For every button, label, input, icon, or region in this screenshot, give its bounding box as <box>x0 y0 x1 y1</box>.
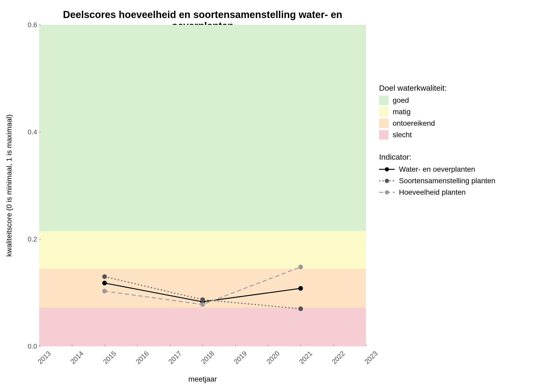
x-tick-label: 2018 <box>199 349 216 366</box>
data-point <box>298 265 303 269</box>
legend-label: matig <box>393 108 410 116</box>
svg-point-1 <box>385 167 389 171</box>
x-tick-label: 2021 <box>298 349 314 366</box>
x-tick-label: 2016 <box>134 349 151 366</box>
legend-fill-item: goed <box>379 96 536 105</box>
y-tick-label: 0.6 <box>28 21 37 29</box>
legend-line-swatch <box>379 188 395 197</box>
legend-label: slecht <box>393 131 412 139</box>
legend-swatch <box>379 130 388 140</box>
legend-label: goed <box>393 96 409 105</box>
y-axis: 0.00.20.40.6 <box>29 25 39 346</box>
x-tick-label: 2023 <box>363 349 379 366</box>
legend-swatch <box>379 107 388 117</box>
x-tick-label: 2017 <box>167 349 183 366</box>
x-tick-label: 2013 <box>36 349 53 366</box>
data-point <box>102 274 107 279</box>
legend-line-item: Soortensamenstelling planten <box>379 176 536 186</box>
legend-line-swatch <box>379 176 395 186</box>
legend-line-item: Water- en oeverplanten <box>379 165 536 174</box>
legend-fill-item: ontoereikend <box>379 119 536 128</box>
chart-container: Deelscores hoeveelheid en soortensamenst… <box>5 5 544 387</box>
x-tick-label: 2019 <box>232 349 249 366</box>
data-point <box>102 289 107 293</box>
legend-label: Soortensamenstelling planten <box>399 177 495 185</box>
legend-line-title: Indicator: <box>379 153 536 162</box>
legend-line-swatch <box>379 165 395 174</box>
legend-line-item: Hoeveelheid planten <box>379 188 536 197</box>
x-axis: 2013201420152016201720182019202020212022… <box>39 346 366 372</box>
data-point <box>200 302 205 307</box>
y-tick-label: 0.0 <box>28 342 37 350</box>
svg-point-3 <box>385 179 389 183</box>
y-axis-title: kwaliteitscore (0 is minimaal, 1 is maxi… <box>5 114 13 257</box>
legend-label: ontoereikend <box>393 119 435 128</box>
x-tick-label: 2014 <box>69 349 85 366</box>
data-point <box>298 286 303 291</box>
data-point <box>102 281 107 285</box>
legend-fill-section: Doel waterkwaliteit: goedmatigontoereike… <box>379 84 536 140</box>
legend-fill-item: slecht <box>379 130 536 140</box>
y-tick-label: 0.2 <box>28 235 37 243</box>
data-point <box>200 297 205 302</box>
data-point <box>298 307 303 311</box>
plot-area <box>39 25 366 346</box>
legend-swatch <box>379 96 388 105</box>
legend-line-section: Indicator: Water- en oeverplantenSoorten… <box>379 153 536 197</box>
x-axis-title: meetjaar <box>39 375 366 383</box>
legend-fill-title: Doel waterkwaliteit: <box>379 84 536 93</box>
y-tick-label: 0.4 <box>28 128 37 136</box>
x-tick-label: 2022 <box>330 349 347 366</box>
legend-swatch <box>379 119 388 128</box>
legend: Doel waterkwaliteit: goedmatigontoereike… <box>379 84 536 210</box>
svg-point-5 <box>385 190 389 194</box>
x-tick-label: 2015 <box>101 349 118 366</box>
legend-fill-item: matig <box>379 107 536 117</box>
x-tick-label: 2020 <box>265 349 281 366</box>
legend-label: Water- en oeverplanten <box>399 165 475 174</box>
legend-label: Hoeveelheid planten <box>399 188 466 197</box>
